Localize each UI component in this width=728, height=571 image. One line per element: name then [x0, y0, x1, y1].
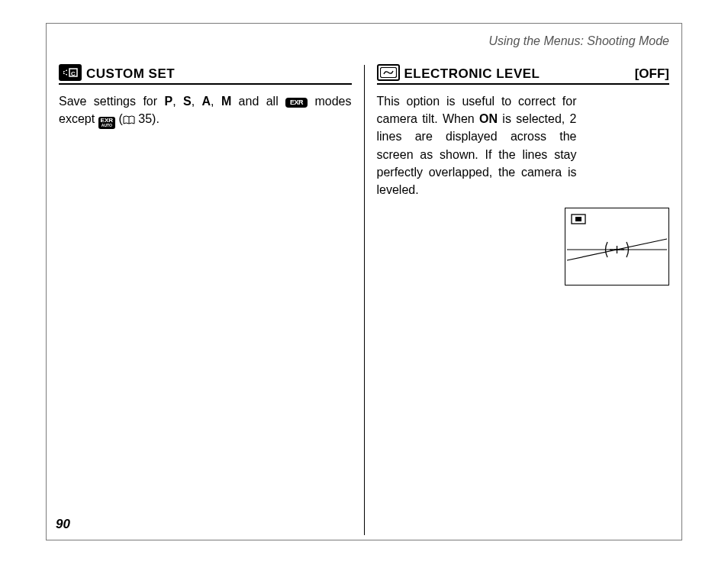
manual-page: Using the Menus: Shooting Mode C C	[0, 0, 728, 571]
electronic-level-body: This option is useful to correct for cam…	[377, 92, 577, 198]
section-status: [OFF]	[635, 66, 669, 82]
body-fragment: (	[115, 112, 123, 125]
mode-letter: A	[201, 95, 211, 108]
custom-set-icon: C	[59, 64, 82, 81]
content-area: C CUSTOM SET Save settings for P, S, A, …	[47, 60, 681, 540]
body-fragment: 35).	[135, 112, 159, 125]
breadcrumb: Using the Menus: Shooting Mode	[488, 34, 669, 47]
body-fragment: Save settings for	[59, 95, 164, 108]
svg-rect-8	[575, 217, 581, 221]
section-title-text: CUSTOM SET	[86, 66, 175, 82]
page-frame: Using the Menus: Shooting Mode C C	[46, 23, 682, 540]
exr-auto-bottom: AUTO	[101, 123, 112, 128]
exr-icon: EXR	[285, 98, 308, 108]
exr-auto-icon: EXRAUTO	[98, 117, 115, 129]
section-heading-electronic-level: ELECTRONIC LEVEL [OFF]	[377, 65, 670, 85]
book-icon	[123, 111, 135, 129]
left-column: C CUSTOM SET Save settings for P, S, A, …	[47, 60, 364, 540]
exr-auto-top: EXR	[101, 118, 113, 123]
body-fragment: ,	[211, 95, 221, 108]
page-number: 90	[56, 517, 70, 532]
svg-text:C: C	[71, 70, 76, 77]
body-fragment: ,	[192, 95, 202, 108]
mode-letter: M	[221, 95, 231, 108]
section-title-text: ELECTRONIC LEVEL	[404, 66, 540, 82]
section-heading-custom-set: C CUSTOM SET	[59, 65, 352, 85]
body-fragment: ,	[172, 95, 183, 108]
electronic-level-icon	[377, 64, 400, 81]
right-column: ELECTRONIC LEVEL [OFF] This option is us…	[365, 60, 682, 540]
on-label: ON	[479, 112, 498, 125]
mode-letter: S	[183, 95, 192, 108]
mode-letter: P	[164, 95, 172, 108]
body-fragment: and all	[231, 95, 285, 108]
level-diagram	[565, 208, 669, 286]
custom-set-body: Save settings for P, S, A, M and all EXR…	[59, 92, 352, 130]
